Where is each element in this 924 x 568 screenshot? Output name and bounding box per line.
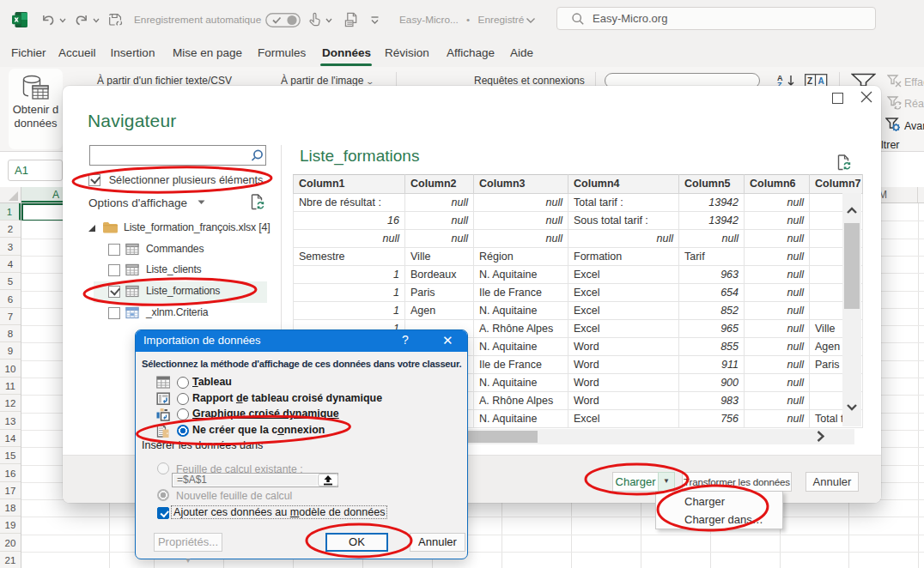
menu-item-charger-dans[interactable]: Charger dans… xyxy=(684,513,763,526)
load-split-arrow[interactable]: ▼ xyxy=(658,472,675,492)
tree-root-label[interactable]: Liste_formation_françois.xlsx [4] xyxy=(124,221,270,233)
import-cancel-button[interactable]: Annuler xyxy=(410,533,465,552)
menu-item-charger[interactable]: Charger xyxy=(684,495,725,508)
row-header-12[interactable]: 12 xyxy=(0,395,21,412)
tab-formules[interactable]: Formules xyxy=(255,43,307,63)
tree-item-liste_formations[interactable]: Liste_formations xyxy=(94,281,267,303)
row-header-18[interactable]: 18 xyxy=(0,499,21,517)
row-header-5[interactable]: 5 xyxy=(0,273,21,290)
close-icon[interactable]: ✕ xyxy=(442,333,453,348)
tab-accueil[interactable]: Accueil xyxy=(56,43,96,63)
tab-données[interactable]: Données xyxy=(319,43,373,63)
navigator-cancel-button[interactable]: Annuler xyxy=(805,472,859,492)
qat-customize-icon[interactable] xyxy=(370,15,380,24)
maximize-icon[interactable] xyxy=(832,93,843,104)
tree-expander-icon[interactable] xyxy=(88,224,96,233)
checkbox-unchecked-icon[interactable] xyxy=(108,307,120,319)
help-icon[interactable]: ? xyxy=(402,333,409,347)
preview-cell: 16 xyxy=(294,212,405,230)
table-icon xyxy=(156,376,170,390)
touch-mode-icon[interactable] xyxy=(308,12,321,27)
properties-button[interactable]: Propriétés... ▼ xyxy=(154,533,222,552)
queries-connections-button[interactable]: Requêtes et connexions xyxy=(474,75,585,87)
row-header-7[interactable]: 7 xyxy=(0,308,21,325)
row-header-4[interactable]: 4 xyxy=(0,256,21,273)
print-page-icon[interactable] xyxy=(344,12,359,27)
navigator-search-input[interactable] xyxy=(89,145,266,166)
row-header-3[interactable]: 3 xyxy=(0,239,21,256)
row-header-19[interactable]: 19 xyxy=(0,517,21,534)
chevron-down-icon[interactable] xyxy=(526,17,536,24)
vertical-scroll-thumb[interactable] xyxy=(844,223,860,309)
row-header-6[interactable]: 6 xyxy=(0,291,21,308)
save-icon[interactable] xyxy=(108,13,123,27)
get-data-button[interactable]: Obtenir ddonnées xyxy=(9,69,63,149)
transform-data-button[interactable]: Transformer les données xyxy=(682,472,792,492)
close-icon[interactable] xyxy=(860,90,873,104)
preview-refresh-icon[interactable] xyxy=(837,154,852,171)
chevron-down-icon[interactable] xyxy=(59,18,66,23)
row-header-10[interactable]: 10 xyxy=(0,360,21,378)
cell-ref-input[interactable]: =$A$1 xyxy=(172,473,338,487)
row-header-9[interactable]: 9 xyxy=(0,342,21,360)
tab-fichier[interactable]: Fichier xyxy=(9,43,45,63)
row-header-16[interactable]: 16 xyxy=(0,465,21,482)
tab-affichage[interactable]: Affichage xyxy=(444,43,496,63)
row-header-2[interactable]: 2 xyxy=(0,221,21,238)
vertical-scrollbar[interactable] xyxy=(842,193,861,426)
row-header-14[interactable]: 14 xyxy=(0,430,21,447)
search-input[interactable]: Easy-Micro.org xyxy=(556,7,876,30)
select-all-corner[interactable] xyxy=(0,187,21,202)
preview-cell: Paris xyxy=(405,284,474,302)
row-header-13[interactable]: 13 xyxy=(0,413,21,430)
checkbox-checked-icon[interactable] xyxy=(108,286,120,298)
checkbox-unchecked-icon[interactable] xyxy=(108,244,120,256)
from-image-button[interactable]: À partir de l'image ⌄ xyxy=(281,75,373,87)
row-header-1[interactable]: 1 xyxy=(0,203,21,221)
tab-mise-en-page[interactable]: Mise en page xyxy=(170,43,244,63)
preview-row: 16nullnullSous total tarif :13942null xyxy=(294,212,863,230)
radio-selected-icon xyxy=(177,425,189,437)
row-header-20[interactable]: 20 xyxy=(0,535,21,552)
reapply-label[interactable]: Réap xyxy=(904,98,924,110)
redo-icon[interactable] xyxy=(75,14,88,27)
row-header-11[interactable]: 11 xyxy=(0,378,21,395)
row-header-15[interactable]: 15 xyxy=(0,447,21,464)
radio-icon xyxy=(177,393,189,405)
preview-cell: Excel xyxy=(568,284,679,302)
ok-button[interactable]: OK xyxy=(325,533,388,552)
from-text-csv-button[interactable]: À partir d'un fichier texte/CSV xyxy=(97,75,232,87)
scroll-right-icon[interactable] xyxy=(817,431,824,442)
display-options-dropdown[interactable]: Options d'affichage xyxy=(88,196,205,209)
scroll-down-icon[interactable] xyxy=(847,404,857,411)
preview-col-header: Column2 xyxy=(405,175,474,194)
checkbox-unchecked-icon[interactable] xyxy=(108,264,120,276)
clear-filter-label[interactable]: Effac xyxy=(904,76,924,88)
refresh-file-icon[interactable] xyxy=(251,194,265,210)
scroll-up-icon[interactable] xyxy=(847,207,857,214)
preview-cell: N. Aquitaine xyxy=(474,338,568,356)
row-header-8[interactable]: 8 xyxy=(0,325,21,342)
select-multiple-label: Sélectionner plusieurs éléments xyxy=(109,174,264,186)
document-name[interactable]: Easy-Micro... • Enregistré xyxy=(399,14,524,26)
chevron-down-icon xyxy=(198,200,205,205)
tab-insertion[interactable]: Insertion xyxy=(107,43,158,63)
tab-révision[interactable]: Révision xyxy=(382,43,430,63)
select-multiple-checkbox[interactable]: Sélectionner plusieurs éléments xyxy=(88,174,263,188)
tab-aide[interactable]: Aide xyxy=(508,43,533,63)
name-box[interactable]: A1 xyxy=(8,160,63,181)
autosave-toggle[interactable] xyxy=(264,13,301,27)
advanced-label[interactable]: Avan xyxy=(904,120,924,132)
row-header-17[interactable]: 17 xyxy=(0,482,21,499)
excel-logo-icon[interactable] xyxy=(12,12,27,27)
row-header-21[interactable]: 21 xyxy=(0,552,21,568)
add-to-data-model-checkbox[interactable]: Ajouter ces données au modèle de données xyxy=(157,507,169,522)
load-button[interactable]: Charger xyxy=(612,472,659,492)
chevron-down-icon[interactable] xyxy=(93,18,100,23)
preview-cell: null xyxy=(568,230,679,248)
range-picker-button[interactable] xyxy=(318,474,338,486)
chevron-down-icon[interactable] xyxy=(325,18,332,23)
undo-icon[interactable] xyxy=(41,14,55,27)
filter-funnel-icon[interactable] xyxy=(851,73,876,86)
filter-label: ltrer xyxy=(881,139,900,151)
